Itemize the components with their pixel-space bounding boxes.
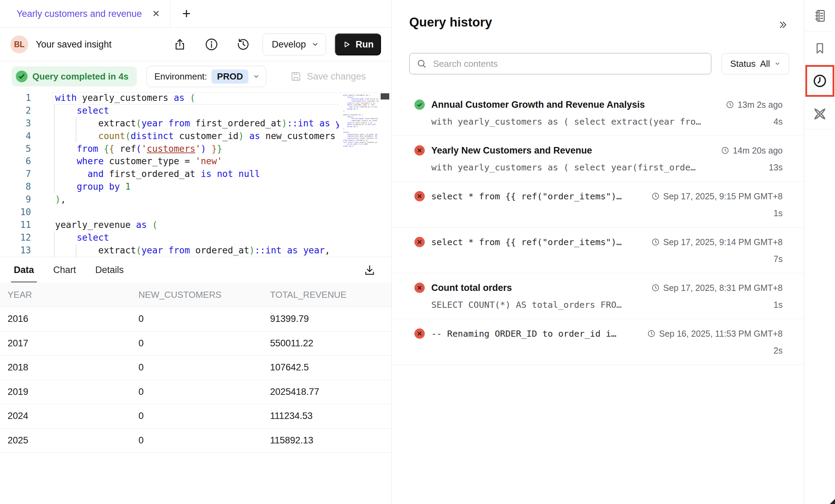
clock-icon xyxy=(651,238,660,246)
status-filter-value: All xyxy=(760,59,770,69)
save-icon xyxy=(290,70,302,83)
column-header-total-revenue: TOTAL_REVENUE xyxy=(262,290,391,300)
code-line: 4 count(distinct customer_id) as new_cus… xyxy=(0,130,391,143)
error-status-icon xyxy=(414,328,425,339)
play-icon xyxy=(342,40,351,49)
notebook-icon[interactable] xyxy=(812,8,827,23)
table-cell: 2017 xyxy=(0,338,131,349)
table-row: 2016091399.79 xyxy=(0,307,391,332)
table-cell: 0 xyxy=(131,338,262,349)
search-input[interactable] xyxy=(432,58,704,70)
document-header: BL Your saved insight Develop R xyxy=(0,28,391,61)
avatar: BL xyxy=(10,35,28,53)
status-filter-label: Status xyxy=(730,59,756,69)
bookmark-icon[interactable] xyxy=(813,41,827,55)
code-line: 3 extract(year from first_ordered_at)::i… xyxy=(0,117,391,130)
clock-icon xyxy=(726,101,734,109)
query-history-active-tool[interactable] xyxy=(805,65,834,97)
develop-button[interactable]: Develop xyxy=(262,33,326,55)
divider xyxy=(804,97,835,97)
lineage-star-icon[interactable] xyxy=(812,106,828,122)
tab-details[interactable]: Details xyxy=(95,257,124,283)
resize-corner xyxy=(830,499,835,504)
line-number: 13 xyxy=(0,244,31,257)
collapse-panel-icon[interactable] xyxy=(777,19,788,30)
close-tab-icon[interactable]: ✕ xyxy=(152,8,160,19)
editor-minimap[interactable]: with yearly_customers as ( select extrac… xyxy=(339,94,379,255)
clock-icon xyxy=(647,329,656,338)
results-tab-bar: Data Chart Details xyxy=(0,257,391,283)
code-line: 6 where customer_type = 'new' xyxy=(0,155,391,168)
save-changes-label: Save changes xyxy=(307,71,366,82)
status-filter-dropdown[interactable]: Status All xyxy=(722,53,789,74)
run-button[interactable]: Run xyxy=(335,33,381,55)
line-number: 3 xyxy=(0,117,31,130)
tab-title: Yearly customers and revenue xyxy=(17,9,142,19)
sql-editor[interactable]: 1with yearly_customers as (2 select3 ext… xyxy=(0,92,391,257)
save-changes-button[interactable]: Save changes xyxy=(290,70,366,83)
line-number: 12 xyxy=(0,231,31,244)
history-item-duration: 4s xyxy=(774,117,783,127)
line-number: 1 xyxy=(0,92,31,104)
clock-icon xyxy=(721,146,729,155)
clock-icon xyxy=(651,192,660,200)
table-cell: 0 xyxy=(131,314,262,324)
history-item-title: -- Renaming ORDER_ID to order_id i… xyxy=(431,328,640,339)
code-line: 7 and first_ordered_at is not null xyxy=(0,168,391,180)
new-tab-button[interactable]: + xyxy=(171,0,202,28)
history-item[interactable]: Count total ordersSep 17, 2025, 8:31 PM … xyxy=(392,273,804,319)
tab-chart[interactable]: Chart xyxy=(53,257,76,283)
line-number: 9 xyxy=(0,193,31,206)
tab-data[interactable]: Data xyxy=(14,257,34,283)
editor-scrollbar-thumb[interactable] xyxy=(381,93,389,99)
table-cell: 2025418.77 xyxy=(262,387,391,397)
indent-guide xyxy=(76,244,76,257)
download-results-icon[interactable] xyxy=(363,264,376,277)
search-field[interactable] xyxy=(409,53,711,74)
table-cell: 2016 xyxy=(0,314,131,324)
success-check-icon xyxy=(16,71,28,82)
environment-selector[interactable]: Environment: PROD xyxy=(146,66,266,87)
history-item[interactable]: Annual Customer Growth and Revenue Analy… xyxy=(392,90,804,136)
code-line: 9), xyxy=(0,193,391,206)
table-row: 201902025418.77 xyxy=(0,380,391,405)
code-line: 11yearly_revenue as ( xyxy=(0,219,391,231)
history-item-duration: 2s xyxy=(774,346,783,356)
history-item-time: Sep 17, 2025, 9:15 PM GMT+8 xyxy=(651,191,783,201)
version-history-icon[interactable] xyxy=(236,38,250,51)
code-line: 12 select xyxy=(0,231,391,244)
history-item-duration: 7s xyxy=(774,254,783,264)
history-item-title: Yearly New Customers and Revenue xyxy=(431,145,714,156)
line-number: 10 xyxy=(0,206,31,219)
history-item-duration: 1s xyxy=(774,208,783,218)
app-window: Yearly customers and revenue ✕ + BL Your… xyxy=(0,0,835,504)
table-cell: 0 xyxy=(131,362,262,373)
history-item-title: select * from {{ ref("order_items")… xyxy=(431,237,645,247)
indent-guide xyxy=(54,231,55,257)
tab-yearly-customers-and-revenue[interactable]: Yearly customers and revenue ✕ xyxy=(0,0,171,28)
line-number: 11 xyxy=(0,219,31,231)
table-cell: 2025 xyxy=(0,435,131,446)
code-line: 13 extract(year from ordered_at)::int as… xyxy=(0,244,391,257)
line-number: 8 xyxy=(0,180,31,193)
share-icon[interactable] xyxy=(173,38,187,51)
history-item[interactable]: Yearly New Customers and Revenue14m 20s … xyxy=(392,136,804,182)
history-item[interactable]: select * from {{ ref("order_items")…Sep … xyxy=(392,228,804,273)
history-item[interactable]: select * from {{ ref("order_items")…Sep … xyxy=(392,182,804,228)
line-number: 6 xyxy=(0,155,31,168)
status-bar: Query completed in 4s Environment: PROD … xyxy=(0,61,391,92)
history-item-time: 14m 20s ago xyxy=(721,146,783,156)
history-item-time: Sep 16, 2025, 11:53 PM GMT+8 xyxy=(647,329,783,339)
panel-title: Query history xyxy=(409,15,492,30)
history-item-duration: 1s xyxy=(774,300,783,310)
search-icon xyxy=(416,59,427,69)
line-number: 7 xyxy=(0,168,31,180)
table-row: 20240111234.53 xyxy=(0,404,391,429)
table-cell: 107642.5 xyxy=(262,362,391,373)
current-line-highlight xyxy=(52,92,378,105)
error-status-icon xyxy=(414,191,425,201)
info-icon[interactable] xyxy=(205,38,218,51)
history-item[interactable]: -- Renaming ORDER_ID to order_id i…Sep 1… xyxy=(392,319,804,365)
history-item-title: select * from {{ ref("order_items")… xyxy=(431,191,645,201)
success-status-icon xyxy=(414,99,425,110)
